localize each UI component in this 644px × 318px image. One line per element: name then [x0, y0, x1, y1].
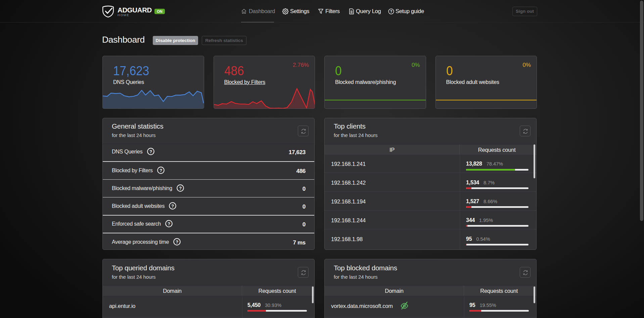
svg-text:?: ?	[390, 9, 393, 13]
svg-text:?: ?	[159, 168, 162, 173]
svg-text:?: ?	[172, 203, 174, 209]
svg-text:?: ?	[168, 221, 171, 226]
svg-text:?: ?	[179, 186, 182, 191]
svg-text:?: ?	[149, 149, 152, 154]
svg-text:?: ?	[176, 239, 178, 244]
